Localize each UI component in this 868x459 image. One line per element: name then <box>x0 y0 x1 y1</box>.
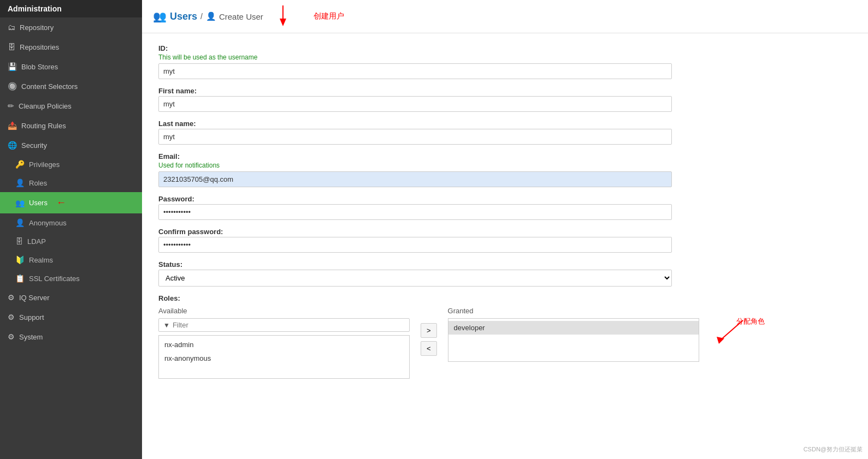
status-select[interactable]: Active Disabled <box>158 270 672 287</box>
firstname-label: First name: <box>158 87 672 95</box>
available-roles-list: nx-admin nx-anonymous <box>158 335 410 379</box>
sidebar-item-label: Realms <box>29 256 53 264</box>
sidebar-item-label: IQ Server <box>19 294 50 302</box>
transfer-buttons: > < <box>421 307 437 356</box>
confirm-password-group: Confirm password: <box>158 228 672 253</box>
watermark: CSDN@努力但还挺菜 <box>804 445 863 454</box>
sidebar-item-repositories[interactable]: 🗄 Repositories <box>0 37 142 57</box>
repositories-icon: 🗄 <box>8 43 15 51</box>
security-icon: 🌐 <box>8 141 17 150</box>
sidebar-item-anonymous[interactable]: 👤 Anonymous <box>0 213 142 232</box>
system-icon: ⚙ <box>8 332 15 341</box>
sidebar-item-security[interactable]: 🌐 Security <box>0 135 142 155</box>
email-input[interactable] <box>158 171 672 187</box>
sidebar-item-blob-stores[interactable]: 💾 Blob Stores <box>0 57 142 76</box>
granted-title: Granted <box>448 307 699 315</box>
roles-container: Available ▼ nx-admin nx-anonymous > < <box>158 307 672 379</box>
firstname-input[interactable] <box>158 96 672 112</box>
support-icon: ⚙ <box>8 313 15 321</box>
filter-input-wrap: ▼ <box>158 318 410 332</box>
email-hint: Used for notifications <box>158 162 672 169</box>
sidebar-item-users[interactable]: 👥 Users ← <box>0 192 142 213</box>
sidebar-item-routing-rules[interactable]: 📤 Routing Rules <box>0 116 142 135</box>
sidebar-item-ssl-certificates[interactable]: 📋 SSL Certificates <box>0 269 142 288</box>
password-label: Password: <box>158 195 672 203</box>
sidebar-item-label: Content Selectors <box>21 82 78 91</box>
sidebar-item-iq-server[interactable]: ⚙ IQ Server <box>0 288 142 307</box>
breadcrumb-users-icon: 👥 <box>153 10 167 23</box>
sidebar-item-label: Privileges <box>29 160 60 169</box>
available-roles-panel: Available ▼ nx-admin nx-anonymous <box>158 307 410 379</box>
sidebar-item-label: Repository <box>20 23 54 32</box>
sidebar-item-privileges[interactable]: 🔑 Privileges <box>0 155 142 174</box>
privileges-icon: 🔑 <box>15 160 25 169</box>
sidebar-item-ldap[interactable]: 🗄 LDAP <box>0 232 142 251</box>
sidebar: Administration 🗂 Repository 🗄 Repositori… <box>0 0 142 459</box>
sidebar-item-repository[interactable]: 🗂 Repository <box>0 17 142 37</box>
list-item[interactable]: nx-admin <box>159 338 409 351</box>
anonymous-icon: 👤 <box>15 218 25 227</box>
repository-icon: 🗂 <box>8 23 15 32</box>
breadcrumb-bar: 👥 Users / 👤 Create User 创建用户 <box>142 0 868 33</box>
form-area: ID: This will be used as the username Fi… <box>142 33 688 397</box>
svg-marker-1 <box>280 19 286 26</box>
lastname-group: Last name: <box>158 120 672 145</box>
sidebar-item-support[interactable]: ⚙ Support <box>0 307 142 327</box>
users-icon: 👥 <box>15 199 25 207</box>
granted-roles-list: developer <box>448 318 699 362</box>
routing-rules-icon: 📤 <box>8 121 17 130</box>
confirm-password-label: Confirm password: <box>158 228 672 236</box>
sidebar-item-content-selectors[interactable]: 🔘 Content Selectors <box>0 76 142 96</box>
svg-line-2 <box>721 320 743 339</box>
sidebar-header: Administration <box>0 0 142 17</box>
sidebar-item-label: Roles <box>29 179 47 187</box>
id-label: ID: <box>158 44 672 52</box>
available-title: Available <box>158 307 410 315</box>
firstname-group: First name: <box>158 87 672 112</box>
id-group: ID: This will be used as the username <box>158 44 672 79</box>
sidebar-item-roles[interactable]: 👤 Roles <box>0 174 142 192</box>
content-selectors-icon: 🔘 <box>8 82 17 91</box>
breadcrumb-title[interactable]: Users <box>170 11 197 22</box>
confirm-password-input[interactable] <box>158 237 672 253</box>
sidebar-item-label: SSL Certificates <box>29 275 80 283</box>
create-user-annotation-wrap <box>272 5 294 27</box>
transfer-right-button[interactable]: > <box>421 323 437 338</box>
sidebar-item-label: Support <box>19 313 44 321</box>
roles-label: Roles: <box>158 294 672 302</box>
status-label: Status: <box>158 260 672 269</box>
sidebar-item-system[interactable]: ⚙ System <box>0 327 142 347</box>
cleanup-policies-icon: ✏ <box>8 102 14 110</box>
blob-stores-icon: 💾 <box>8 62 17 71</box>
arrow-annotation-users: ← <box>56 197 66 208</box>
list-item[interactable]: developer <box>448 321 699 335</box>
list-item[interactable]: nx-anonymous <box>159 351 409 365</box>
sidebar-item-label: System <box>19 333 43 341</box>
filter-icon: ▼ <box>163 321 170 329</box>
transfer-left-button[interactable]: < <box>421 341 437 356</box>
password-group: Password: <box>158 195 672 220</box>
assign-role-arrow <box>710 318 754 350</box>
annotation-create-user: 创建用户 <box>314 11 344 21</box>
id-hint: This will be used as the username <box>158 53 672 61</box>
sidebar-item-label: Repositories <box>20 43 59 51</box>
sidebar-item-label: Cleanup Policies <box>19 102 72 110</box>
filter-input[interactable] <box>173 321 405 329</box>
sidebar-item-cleanup-policies[interactable]: ✏ Cleanup Policies <box>0 96 142 116</box>
ssl-icon: 📋 <box>15 274 25 283</box>
password-input[interactable] <box>158 204 672 220</box>
email-group: Email: Used for notifications <box>158 152 672 187</box>
iq-server-icon: ⚙ <box>8 293 15 302</box>
lastname-input[interactable] <box>158 129 672 145</box>
down-arrow-svg <box>272 5 294 27</box>
sidebar-item-label: Routing Rules <box>21 122 66 130</box>
granted-roles-panel: Granted developer 分配角色 <box>448 307 699 362</box>
id-input[interactable] <box>158 63 672 79</box>
sidebar-item-realms[interactable]: 🔰 Realms <box>0 251 142 269</box>
create-user-icon: 👤 <box>206 11 216 21</box>
email-label: Email: <box>158 152 672 160</box>
roles-icon: 👤 <box>15 178 25 187</box>
sidebar-item-label: Anonymous <box>29 219 67 227</box>
sidebar-item-label: LDAP <box>27 237 46 246</box>
sidebar-item-label: Security <box>21 141 47 150</box>
